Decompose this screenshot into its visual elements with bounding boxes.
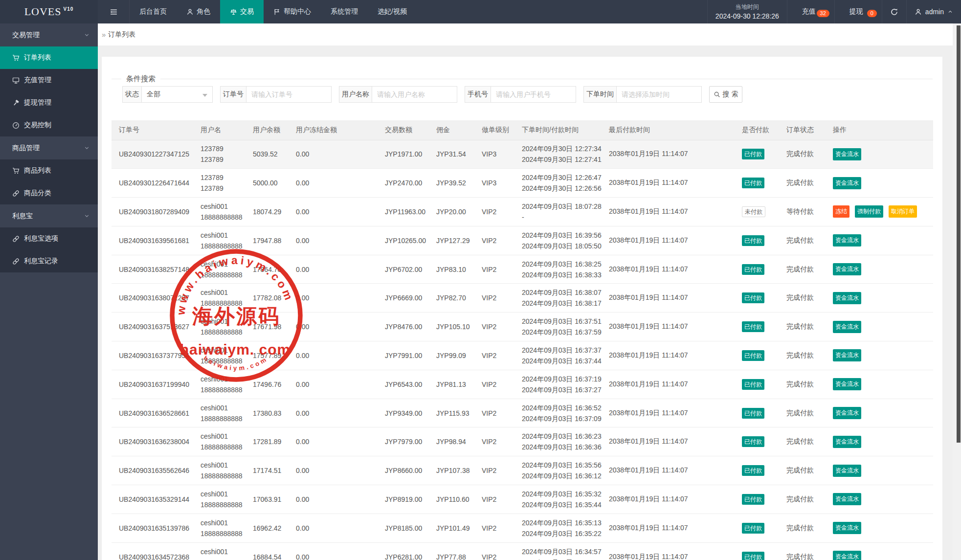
user-name: ceshi001 xyxy=(201,287,238,298)
topnav-help[interactable]: 帮助中心 xyxy=(264,0,321,23)
action-资金流水[interactable]: 资金流水 xyxy=(833,522,861,534)
chevron-down-icon xyxy=(84,32,90,38)
cell-level: VIP2 xyxy=(474,226,514,255)
pay-time: 2024年09月03日 16:35:22 xyxy=(522,528,594,539)
cell-paid: 未付款 xyxy=(735,198,779,226)
cell-balance: 17947.88 xyxy=(246,226,289,255)
topnav-label: 后台首页 xyxy=(139,7,167,16)
sidebar-item-商品列表[interactable]: 商品列表 xyxy=(0,159,98,182)
sidebar-group-items: 商品列表商品分类 xyxy=(0,159,98,204)
table-row: UB2409031636238004ceshi00118888888888172… xyxy=(112,427,933,456)
action-冻结[interactable]: 冻结 xyxy=(833,205,849,218)
cell-frozen: 0.00 xyxy=(289,542,378,560)
action-资金流水[interactable]: 资金流水 xyxy=(833,177,861,189)
action-资金流水[interactable]: 资金流水 xyxy=(833,378,861,390)
status-label: 状态 xyxy=(122,86,141,103)
cell-fee: JYP82.70 xyxy=(429,284,474,313)
cell-user: 123789123789 xyxy=(193,169,246,198)
cell-status: 完成付款 xyxy=(779,427,826,456)
cell-user: ceshi00118888888888 xyxy=(193,341,246,370)
sidebar-item-提现管理[interactable]: 提现管理 xyxy=(0,91,98,114)
action-资金流水[interactable]: 资金流水 xyxy=(833,263,861,275)
action-资金流水[interactable]: 资金流水 xyxy=(833,349,861,361)
page-scrollbar[interactable] xyxy=(953,23,961,560)
action-资金流水[interactable]: 资金流水 xyxy=(833,292,861,304)
cell-actions: 资金流水 xyxy=(826,313,933,341)
order-no-input[interactable] xyxy=(251,90,326,98)
cell-order: UB2409031635562646 xyxy=(112,456,193,485)
action-资金流水[interactable]: 资金流水 xyxy=(833,407,861,419)
sidebar-item-订单列表[interactable]: 订单列表 xyxy=(0,46,98,69)
topnav-video[interactable]: 选妃/视频 xyxy=(368,0,417,23)
action-资金流水[interactable]: 资金流水 xyxy=(833,148,861,160)
cart-icon xyxy=(12,167,20,175)
action-取消订单[interactable]: 取消订单 xyxy=(889,205,917,218)
sidebar-group-0[interactable]: 交易管理 xyxy=(0,23,98,46)
col-header: 用户余额 xyxy=(246,120,289,140)
topnav-home[interactable]: 后台首页 xyxy=(130,0,177,23)
person-icon xyxy=(186,8,194,16)
cell-last-pay: 2038年01月19日 11:14:07 xyxy=(602,140,735,169)
sidebar-toggle-button[interactable] xyxy=(98,0,130,23)
cell-times: 2024年09月03日 16:35:322024年09月03日 16:35:44 xyxy=(514,485,602,514)
user-name: ceshi001 xyxy=(201,230,238,241)
search-button[interactable]: 搜 索 xyxy=(709,86,742,103)
cell-level: VIP2 xyxy=(474,313,514,341)
paid-badge: 已付款 xyxy=(742,465,764,476)
cell-order: UB2409031637377954 xyxy=(112,341,193,370)
sidebar-group-2[interactable]: 利息宝 xyxy=(0,204,98,227)
action-资金流水[interactable]: 资金流水 xyxy=(833,493,861,505)
order-time: 2024年09月30日 12:27:34 xyxy=(522,143,594,154)
sidebar: 交易管理订单列表充值管理提现管理交易控制商品管理商品列表商品分类利息宝利息宝选项… xyxy=(0,23,98,560)
pay-time: 2024年09月03日 16:35:44 xyxy=(522,499,594,510)
cell-status: 完成付款 xyxy=(779,514,826,542)
cell-actions: 资金流水 xyxy=(826,140,933,169)
user-phone: 18888888888 xyxy=(201,384,238,395)
cell-paid: 已付款 xyxy=(735,284,779,313)
sidebar-item-利息宝选项[interactable]: 利息宝选项 xyxy=(0,227,98,250)
sidebar-item-交易控制[interactable]: 交易控制 xyxy=(0,114,98,136)
status-select[interactable]: 全部 xyxy=(141,86,213,103)
sidebar-item-充值管理[interactable]: 充值管理 xyxy=(0,69,98,91)
cell-times: 2024年09月03日 18:07:28- xyxy=(514,198,602,226)
topnav-label: 选妃/视频 xyxy=(378,7,407,16)
pay-time: 2024年09月03日 16:37:27 xyxy=(522,384,594,395)
caret-up-icon xyxy=(947,9,953,15)
topnav-trade[interactable]: 交易 xyxy=(220,0,264,23)
cell-times: 2024年09月03日 16:37:192024年09月03日 16:37:27 xyxy=(514,370,602,399)
action-资金流水[interactable]: 资金流水 xyxy=(833,321,861,333)
cell-status: 完成付款 xyxy=(779,226,826,255)
order-time-input[interactable] xyxy=(622,90,696,98)
action-资金流水[interactable]: 资金流水 xyxy=(833,436,861,448)
user-phone: 18888888888 xyxy=(201,327,238,337)
search-legend: 条件搜索 xyxy=(121,74,160,84)
cell-order: UB2409031637199940 xyxy=(112,370,193,399)
action-资金流水[interactable]: 资金流水 xyxy=(833,551,861,560)
user-menu[interactable]: admin xyxy=(906,0,961,23)
cell-times: 2024年09月03日 16:37:512024年09月03日 16:37:59 xyxy=(514,313,602,341)
topnav-role[interactable]: 角色 xyxy=(177,0,220,23)
sidebar-item-利息宝记录[interactable]: 利息宝记录 xyxy=(0,250,98,272)
withdraw-menu[interactable]: 提现0 xyxy=(834,0,882,23)
order-time: 2024年09月03日 16:39:56 xyxy=(522,230,594,241)
topnav-system[interactable]: 系统管理 xyxy=(321,0,368,23)
user-name: 123789 xyxy=(201,172,238,183)
scales-icon xyxy=(230,8,237,16)
user-name-input[interactable] xyxy=(377,90,452,98)
refresh-button[interactable] xyxy=(882,0,906,23)
sidebar-item-label: 提现管理 xyxy=(24,98,51,107)
cell-paid: 已付款 xyxy=(735,514,779,542)
phone-input[interactable] xyxy=(496,90,571,98)
action-资金流水[interactable]: 资金流水 xyxy=(833,465,861,477)
cell-order: UB2409031638071237 xyxy=(112,284,193,313)
sidebar-group-1[interactable]: 商品管理 xyxy=(0,136,98,159)
action-强制付款[interactable]: 强制付款 xyxy=(855,205,883,218)
scrollbar-thumb[interactable] xyxy=(957,25,961,443)
cell-level: VIP2 xyxy=(474,198,514,226)
action-资金流水[interactable]: 资金流水 xyxy=(833,234,861,246)
sidebar-item-商品分类[interactable]: 商品分类 xyxy=(0,182,98,204)
cell-paid: 已付款 xyxy=(735,226,779,255)
recharge-menu[interactable]: 充值32 xyxy=(787,0,834,23)
cell-last-pay: 2038年01月19日 11:14:07 xyxy=(602,427,735,456)
cell-level: VIP2 xyxy=(474,485,514,514)
